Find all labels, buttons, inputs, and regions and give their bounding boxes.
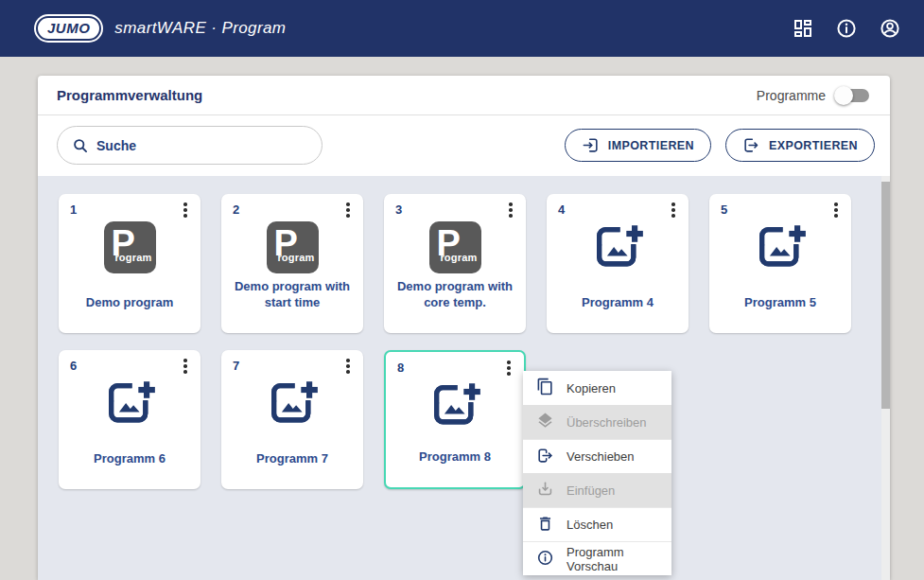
card-number: 4: [558, 202, 565, 217]
context-menu-item-l-schen[interactable]: Löschen: [523, 507, 671, 541]
export-icon: [742, 136, 760, 154]
context-menu-item-verschieben[interactable]: Verschieben: [523, 439, 671, 473]
context-menu-item-label: Programm Vorschau: [567, 545, 662, 573]
layers-icon: [536, 412, 554, 432]
jumo-logo: JUMO: [36, 16, 101, 41]
context-menu-item-kopieren[interactable]: Kopieren: [523, 371, 671, 405]
card-label: Programm 8: [386, 449, 524, 466]
context-menu-item-label: Verschieben: [567, 449, 635, 464]
panel-titlebar: Programmverwaltung Programme: [38, 76, 890, 115]
scrollbar-thumb[interactable]: [881, 182, 890, 409]
context-menu-item--berschreiben: Überschreiben: [523, 405, 671, 439]
program-logo-icon: P rogram: [267, 221, 319, 273]
card-number: 8: [397, 360, 404, 375]
move-icon: [536, 447, 554, 467]
app-header: JUMO smartWARE · Program: [0, 0, 924, 57]
context-menu-item-programm-vorschau[interactable]: Programm Vorschau: [523, 541, 671, 575]
card-label: Programm 4: [547, 295, 689, 311]
search-input[interactable]: [96, 138, 310, 153]
program-logo-small: rogram: [277, 252, 314, 263]
program-card[interactable]: 6 Programm 6: [59, 350, 200, 489]
add-image-icon: [100, 375, 159, 437]
search-field[interactable]: [57, 126, 323, 165]
program-management-panel: Programmverwaltung Programme IMPORTIEREN…: [38, 76, 890, 580]
card-number: 2: [233, 202, 239, 217]
program-logo-small: rogram: [114, 252, 151, 263]
card-number: 5: [721, 202, 727, 217]
copy-icon: [536, 378, 554, 398]
add-image-icon: [588, 219, 647, 281]
import-icon: [582, 136, 600, 154]
program-card[interactable]: 7 Programm 7: [221, 350, 363, 489]
import-button-label: IMPORTIEREN: [608, 139, 694, 152]
context-menu-item-label: Löschen: [567, 518, 613, 532]
export-button-label: EXPORTIEREN: [769, 139, 858, 152]
account-icon[interactable]: [879, 17, 901, 40]
page-title: Programmverwaltung: [57, 87, 202, 103]
app-title: smartWARE · Program: [114, 19, 286, 38]
program-card[interactable]: 4 Programm 4: [547, 194, 689, 333]
program-card[interactable]: 1 P rogram Demo program: [59, 194, 200, 333]
search-row: IMPORTIEREN EXPORTIEREN: [38, 115, 890, 175]
info-icon[interactable]: [835, 17, 858, 40]
scrollbar-track[interactable]: [881, 176, 890, 580]
card-number: 7: [233, 359, 239, 373]
card-label: Programm 6: [59, 451, 200, 467]
search-icon: [71, 136, 90, 155]
programme-toggle[interactable]: [837, 89, 869, 102]
card-context-menu: Kopieren Überschreiben Verschieben Einfü…: [523, 371, 671, 575]
program-card[interactable]: 5 Programm 5: [709, 194, 851, 333]
card-number: 1: [70, 202, 77, 217]
program-grid: 1 P rogram Demo program 2 P rogram Demo …: [38, 176, 880, 489]
add-image-icon: [426, 377, 484, 439]
context-menu-item-label: Überschreiben: [567, 415, 647, 430]
info-icon: [536, 549, 554, 570]
programme-toggle-wrap: Programme: [757, 88, 873, 103]
program-card[interactable]: 2 P rogram Demo program with start time: [221, 194, 363, 333]
dashboard-icon[interactable]: [792, 17, 814, 40]
card-label: Programm 5: [709, 295, 851, 311]
add-image-icon: [751, 219, 810, 281]
context-menu-item-label: Kopieren: [567, 381, 616, 395]
context-menu-item-einf-gen: Einfügen: [523, 473, 671, 507]
import-button[interactable]: IMPORTIEREN: [565, 129, 711, 162]
card-number: 6: [70, 359, 77, 373]
delete-icon: [536, 515, 554, 536]
card-number: 3: [395, 202, 402, 217]
paste-icon: [536, 480, 554, 501]
program-card[interactable]: 3 P rogram Demo program with core temp.: [384, 194, 526, 333]
card-label: Programm 7: [221, 451, 363, 467]
add-image-icon: [263, 375, 322, 437]
program-logo-icon: P rogram: [429, 221, 481, 273]
card-label: Demo program with start time: [221, 279, 363, 311]
toggle-knob: [834, 86, 853, 105]
toolbar-buttons: IMPORTIEREN EXPORTIEREN: [565, 129, 875, 162]
program-card[interactable]: 8 Programm 8: [384, 350, 526, 489]
export-button[interactable]: EXPORTIEREN: [725, 129, 875, 162]
card-label: Demo program with core temp.: [384, 279, 526, 311]
programme-toggle-label: Programme: [757, 88, 826, 103]
card-label: Demo program: [59, 295, 200, 311]
context-menu-item-label: Einfügen: [567, 483, 615, 498]
program-logo-icon: P rogram: [104, 221, 156, 273]
cards-area: 1 P rogram Demo program 2 P rogram Demo …: [38, 176, 890, 580]
program-logo-small: rogram: [440, 252, 477, 263]
